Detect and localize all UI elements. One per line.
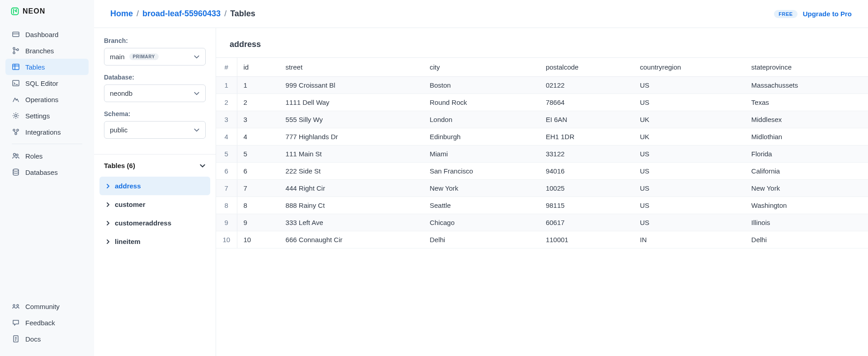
sidebar-item-integrations[interactable]: Integrations <box>5 124 89 140</box>
sidebar-item-community[interactable]: Community <box>5 298 89 314</box>
cell: 999 Croissant Bl <box>279 77 424 94</box>
chevron-right-icon <box>106 202 110 207</box>
schema-selector-group: Schema: public <box>104 110 206 139</box>
schema-label: Schema: <box>104 110 206 117</box>
sidebar-item-docs[interactable]: Docs <box>5 331 89 347</box>
cell: EH1 1DR <box>539 128 633 145</box>
sidebar-item-label: Integrations <box>25 128 61 136</box>
sidebar-item-label: Branches <box>25 47 54 55</box>
col-rownum: # <box>216 58 237 77</box>
svg-rect-1 <box>13 32 19 37</box>
table-item-lineitem[interactable]: lineitem <box>99 232 210 251</box>
col-stateprovince[interactable]: stateprovince <box>745 58 868 77</box>
roles-icon <box>12 152 20 160</box>
cell: US <box>633 77 745 94</box>
logo-text: NEON <box>23 7 45 15</box>
database-value: neondb <box>110 89 132 97</box>
cell: New York <box>424 180 540 197</box>
sidebar-item-sql-editor[interactable]: SQL Editor <box>5 75 89 91</box>
table-row[interactable]: 33555 Silly WyLondonEI 6ANUKMiddlesex <box>216 111 868 128</box>
database-select[interactable]: neondb <box>104 84 206 102</box>
table-row[interactable]: 221111 Dell WayRound Rock78664USTexas <box>216 94 868 111</box>
cell: Midlothian <box>745 128 868 145</box>
chevron-right-icon <box>106 221 110 225</box>
col-countryregion[interactable]: countryregion <box>633 58 745 77</box>
left-panel: Branch: main PRIMARY Database: neon <box>94 28 216 356</box>
row-number: 3 <box>216 111 237 128</box>
table-row[interactable]: 88888 Rainy CtSeattle98115USWashington <box>216 197 868 214</box>
sidebar-item-feedback[interactable]: Feedback <box>5 314 89 331</box>
table-row[interactable]: 55111 Main StMiami33122USFlorida <box>216 145 868 163</box>
breadcrumb-home[interactable]: Home <box>110 9 133 19</box>
sidebar-item-label: Roles <box>25 152 42 160</box>
cell: Seattle <box>424 197 540 214</box>
cell: EI 6AN <box>539 111 633 128</box>
dashboard-icon <box>12 30 20 38</box>
cell: Middlesex <box>745 111 868 128</box>
svg-point-4 <box>17 49 19 51</box>
svg-point-9 <box>17 129 19 131</box>
cell: US <box>633 163 745 180</box>
table-row[interactable]: 99333 Left AveChicago60617USIllinois <box>216 214 868 231</box>
cell: 555 Silly Wy <box>279 111 424 128</box>
topbar: Home / broad-leaf-55960433 / Tables FREE… <box>94 0 868 28</box>
tables-header-label: Tables (6) <box>104 162 135 169</box>
sidebar-item-tables[interactable]: Tables <box>5 59 89 75</box>
sidebar-item-label: Docs <box>25 335 41 343</box>
col-city[interactable]: city <box>424 58 540 77</box>
cell: 60617 <box>539 214 633 231</box>
logo[interactable]: NEON <box>0 7 94 24</box>
svg-point-2 <box>13 47 15 49</box>
sidebar-item-dashboard[interactable]: Dashboard <box>5 26 89 42</box>
table-item-address[interactable]: address <box>99 177 210 195</box>
breadcrumb-sep: / <box>224 9 226 19</box>
svg-point-11 <box>14 154 16 156</box>
cell: 6 <box>237 163 279 180</box>
sidebar: NEON DashboardBranchesTablesSQL EditorOp… <box>0 0 94 356</box>
cell: US <box>633 145 745 163</box>
col-id[interactable]: id <box>237 58 279 77</box>
operations-icon <box>12 95 20 103</box>
tables-section: Tables (6) addresscustomercustomeraddres… <box>94 154 216 256</box>
free-badge: FREE <box>774 10 797 18</box>
table-row[interactable]: 44777 Highlands DrEdinburghEH1 1DRUKMidl… <box>216 128 868 145</box>
tables-header[interactable]: Tables (6) <box>94 155 216 177</box>
cell: UK <box>633 111 745 128</box>
database-label: Database: <box>104 74 206 81</box>
nav-main: DashboardBranchesTablesSQL EditorOperati… <box>0 24 94 296</box>
branch-select[interactable]: main PRIMARY <box>104 48 206 66</box>
primary-tag: PRIMARY <box>129 53 159 60</box>
col-street[interactable]: street <box>279 58 424 77</box>
upgrade-link[interactable]: Upgrade to Pro <box>803 10 852 18</box>
cell: Massachussets <box>745 77 868 94</box>
branch-value: main <box>110 53 125 61</box>
svg-point-12 <box>16 154 18 156</box>
table-row[interactable]: 77444 Right CirNew York10025USNew York <box>216 180 868 197</box>
content: Branch: main PRIMARY Database: neon <box>94 28 868 356</box>
cell: Miami <box>424 145 540 163</box>
sidebar-item-roles[interactable]: Roles <box>5 148 89 164</box>
col-postalcode[interactable]: postalcode <box>539 58 633 77</box>
table-header-row: #idstreetcitypostalcodecountryregionstat… <box>216 58 868 77</box>
sidebar-item-databases[interactable]: Databases <box>5 164 89 180</box>
sidebar-item-settings[interactable]: Settings <box>5 108 89 124</box>
logo-icon <box>11 7 19 15</box>
database-selector-group: Database: neondb <box>104 74 206 102</box>
chevron-down-icon <box>199 163 206 169</box>
cell: 9 <box>237 214 279 231</box>
row-number: 1 <box>216 77 237 94</box>
svg-point-13 <box>13 169 19 171</box>
table-row[interactable]: 1010666 Connaught CirDelhi110001INDelhi <box>216 231 868 248</box>
sidebar-item-branches[interactable]: Branches <box>5 42 89 59</box>
sidebar-item-operations[interactable]: Operations <box>5 91 89 108</box>
table-row[interactable]: 11999 Croissant BlBoston02122USMassachus… <box>216 77 868 94</box>
breadcrumb-project[interactable]: broad-leaf-55960433 <box>142 9 221 19</box>
table-item-customer[interactable]: customer <box>99 195 210 214</box>
table-item-customeraddress[interactable]: customeraddress <box>99 214 210 232</box>
table-row[interactable]: 66222 Side StSan Francisco94016USCalifor… <box>216 163 868 180</box>
breadcrumb-current: Tables <box>230 9 255 19</box>
cell: 777 Highlands Dr <box>279 128 424 145</box>
schema-select[interactable]: public <box>104 121 206 139</box>
cell: 10 <box>237 231 279 248</box>
svg-rect-5 <box>13 64 19 70</box>
